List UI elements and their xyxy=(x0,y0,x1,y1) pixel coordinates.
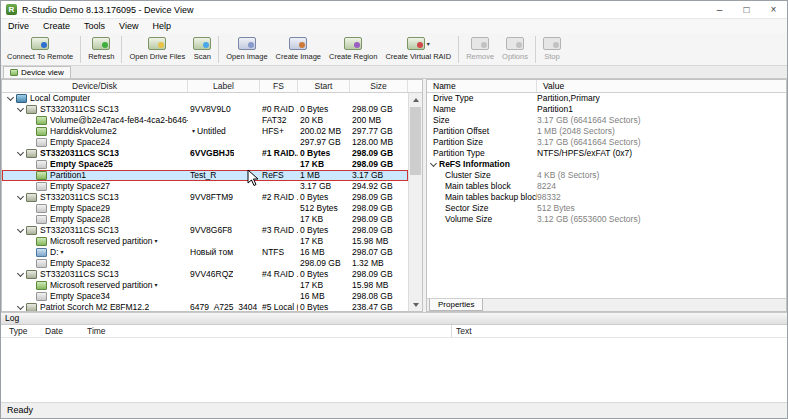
open-drive-files-icon xyxy=(148,37,166,50)
device-row[interactable]: Microsoft reserved partition▾17 KB15.98 … xyxy=(2,236,408,247)
toolbar-button-label: Open Drive Files xyxy=(129,52,185,61)
dropdown-arrow-icon: ▾ xyxy=(427,40,430,47)
device-fs-cell: #2 RAID ... xyxy=(260,192,298,203)
expand-chevron-icon[interactable] xyxy=(6,94,16,103)
vertical-scrollbar[interactable] xyxy=(408,93,422,311)
device-label-cell xyxy=(188,280,260,291)
device-name: Empty Space32 xyxy=(50,258,110,269)
properties-row: Size3.17 GB (6641664 Sectors) xyxy=(427,115,786,126)
scrollbar-thumb[interactable] xyxy=(410,107,421,175)
drive-icon xyxy=(26,105,37,114)
device-start-cell: 16 MB xyxy=(298,291,350,302)
toolbar-separator xyxy=(218,36,219,63)
expand-chevron-icon[interactable] xyxy=(16,270,26,279)
device-row[interactable]: Volume@b2e47ac4-fe84-4ca2-b646-c8334...F… xyxy=(2,115,408,126)
menu-item-create[interactable]: Create xyxy=(36,19,77,33)
minimize-button[interactable]: – xyxy=(706,1,733,18)
device-size-cell: 1.32 MB xyxy=(350,258,408,269)
log-column-date[interactable]: Date xyxy=(45,325,87,337)
scroll-up-button[interactable] xyxy=(409,93,422,106)
column-header-filler xyxy=(408,80,422,92)
device-row[interactable]: HarddiskVolume2▾UntitledHFS+200.02 MB297… xyxy=(2,126,408,137)
toolbar-button-refresh[interactable]: Refresh xyxy=(84,34,118,61)
device-row[interactable]: Empty Space29512 Bytes298.09 GB xyxy=(2,203,408,214)
property-name: Volume Size xyxy=(427,214,537,225)
toolbar-button-create-image[interactable]: Create Image xyxy=(272,34,325,61)
device-size-cell: 298.09 GB xyxy=(350,159,408,170)
scrollbar-track[interactable] xyxy=(409,106,422,298)
properties-row: Partition TypeNTFS/HPFS/exFAT (0x7) xyxy=(427,148,786,159)
device-fs-cell xyxy=(260,93,298,104)
device-row[interactable]: D:▾Новый томNTFS16 MB298.07 GB xyxy=(2,247,408,258)
menu-item-drive[interactable]: Drive xyxy=(1,19,36,33)
log-column-type[interactable]: Type xyxy=(1,325,45,337)
device-row[interactable]: Empty Space24297.97 GB128.00 MB xyxy=(2,137,408,148)
device-row[interactable]: Patriot Scorch M2 E8FM12.26479_A725_3404… xyxy=(2,302,408,311)
expand-chevron-icon[interactable] xyxy=(16,193,26,202)
dropdown-marker-icon: ▾ xyxy=(192,126,195,137)
device-row[interactable]: Empty Space2517 KB298.09 GB xyxy=(2,159,408,170)
tab-device-view[interactable]: Device view xyxy=(3,66,71,78)
toolbar-button-open-drive-files[interactable]: Open Drive Files xyxy=(125,34,189,61)
expand-chevron-icon[interactable] xyxy=(16,303,26,311)
toolbar-button-open-image[interactable]: Open Image xyxy=(222,34,271,61)
menu-item-view[interactable]: View xyxy=(112,19,145,33)
expand-chevron-icon[interactable] xyxy=(16,226,26,235)
empty-icon xyxy=(36,215,47,224)
properties-column-name[interactable]: Name xyxy=(427,80,537,92)
device-size-cell xyxy=(350,93,408,104)
device-row[interactable]: ST3320311CS SC139VV46RQZ#4 RAID ...0 Byt… xyxy=(2,269,408,280)
device-name-cell: ST3320311CS SC13 xyxy=(2,269,188,280)
scroll-down-button[interactable] xyxy=(409,298,422,311)
close-button[interactable]: × xyxy=(760,1,787,18)
device-row[interactable]: Empty Space273.17 GB294.92 GB xyxy=(2,181,408,192)
toolbar-button-label: Open Image xyxy=(226,52,267,61)
toolbar-button-scan[interactable]: Scan xyxy=(189,34,215,61)
log-column-time[interactable]: Time xyxy=(87,325,451,337)
device-name-cell: ST3320311CS SC13 xyxy=(2,104,188,115)
toolbar-button-create-region[interactable]: Create Region xyxy=(325,34,381,61)
column-header-size[interactable]: Size xyxy=(350,80,408,92)
device-size-cell: 3.17 GB xyxy=(350,170,408,181)
column-header-start[interactable]: Start xyxy=(298,80,350,92)
device-row[interactable]: ST3320311CS SC139VV8FTM9#2 RAID ...0 Byt… xyxy=(2,192,408,203)
column-header-label[interactable]: Label xyxy=(188,80,260,92)
device-row[interactable]: ST3320311CS SC139VV8G6F8#3 RAID ...0 Byt… xyxy=(2,225,408,236)
properties-row: Cluster Size4 KB (8 Sectors) xyxy=(427,170,786,181)
device-label-cell: 9VV8G6F8 xyxy=(188,225,260,236)
maximize-button[interactable]: □ xyxy=(733,1,760,18)
column-header-fs[interactable]: FS xyxy=(260,80,298,92)
device-label: 9VV8G6F8 xyxy=(190,225,232,236)
device-row[interactable]: ST3320311CS SC136VVGBHJ5#1 RAID...0 Byte… xyxy=(2,148,408,159)
expand-chevron-icon[interactable] xyxy=(16,105,26,114)
tab-properties[interactable]: Properties xyxy=(429,299,483,311)
device-tree-pane: Device/Disk Label FS Start Size Local Co… xyxy=(1,79,423,312)
property-value: Partition1 xyxy=(537,104,786,115)
device-row[interactable]: ST3320311CS SC139VV8V9L0#0 RAID ...0 Byt… xyxy=(2,104,408,115)
device-view-icon xyxy=(10,69,18,76)
properties-column-value[interactable]: Value xyxy=(537,80,786,92)
device-row[interactable]: Empty Space2817 KB298.09 GB xyxy=(2,214,408,225)
menu-item-tools[interactable]: Tools xyxy=(77,19,112,33)
properties-row: Volume Size3.12 GB (6553600 Sectors) xyxy=(427,214,786,225)
device-name: Empty Space34 xyxy=(50,291,110,302)
menu-item-help[interactable]: Help xyxy=(145,19,178,33)
toolbar-button-connect-to-remote[interactable]: Connect To Remote xyxy=(3,34,77,61)
connect-remote-icon xyxy=(31,37,49,50)
device-row[interactable]: Empty Space32298.09 GB1.32 MB xyxy=(2,258,408,269)
collapse-chevron-icon[interactable] xyxy=(429,160,439,169)
toolbar-button-create-virtual-raid[interactable]: ▾Create Virtual RAID xyxy=(381,34,455,61)
device-label: 6479_A725_3404_73C1. xyxy=(190,302,260,311)
properties-group-row: ReFS Information xyxy=(427,159,786,170)
device-name: Volume@b2e47ac4-fe84-4ca2-b646-c8334... xyxy=(50,115,188,126)
device-row[interactable]: Empty Space3416 MB298.08 GB xyxy=(2,291,408,302)
log-column-text[interactable]: Text xyxy=(451,325,787,337)
column-header-device-disk[interactable]: Device/Disk xyxy=(2,80,188,92)
drive-icon xyxy=(26,226,37,235)
device-row[interactable]: Microsoft reserved partition▾17 KB15.98 … xyxy=(2,280,408,291)
toolbar-button-label: Options xyxy=(502,52,528,61)
expand-chevron-icon[interactable] xyxy=(16,149,26,158)
device-name-cell: Empty Space27 xyxy=(2,181,188,192)
device-row[interactable]: Local Computer xyxy=(2,93,408,104)
device-row[interactable]: Partition1Test_RReFS1 MB3.17 GB xyxy=(2,170,408,181)
